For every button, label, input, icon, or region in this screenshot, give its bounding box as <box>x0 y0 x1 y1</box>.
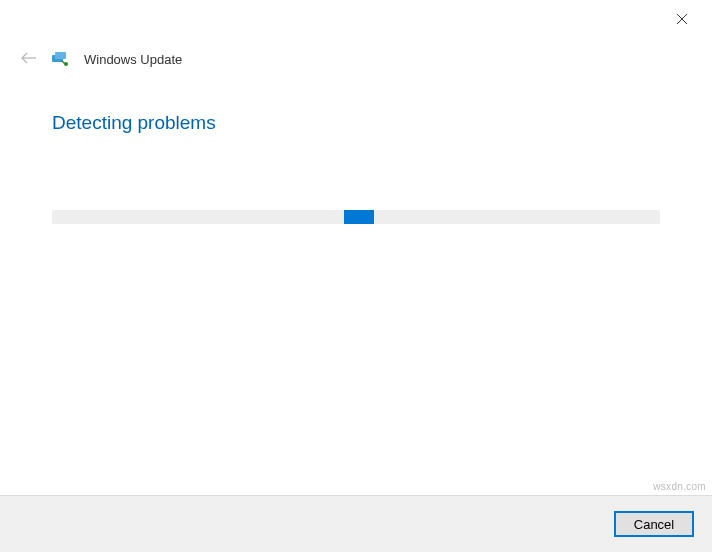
footer: Cancel <box>0 495 712 552</box>
header: Windows Update <box>20 50 182 68</box>
cancel-button-label: Cancel <box>634 517 674 532</box>
progress-indicator <box>344 210 374 224</box>
page-heading: Detecting problems <box>52 112 216 134</box>
svg-point-5 <box>64 62 68 66</box>
cancel-button[interactable]: Cancel <box>614 511 694 537</box>
watermark: wsxdn.com <box>653 481 706 492</box>
troubleshooter-icon <box>52 51 70 67</box>
progress-bar <box>52 210 660 224</box>
close-icon <box>676 11 688 29</box>
svg-rect-4 <box>55 52 66 59</box>
back-button[interactable] <box>20 50 38 68</box>
back-arrow-icon <box>21 50 37 68</box>
close-button[interactable] <box>672 10 692 30</box>
troubleshooter-title: Windows Update <box>84 52 182 67</box>
